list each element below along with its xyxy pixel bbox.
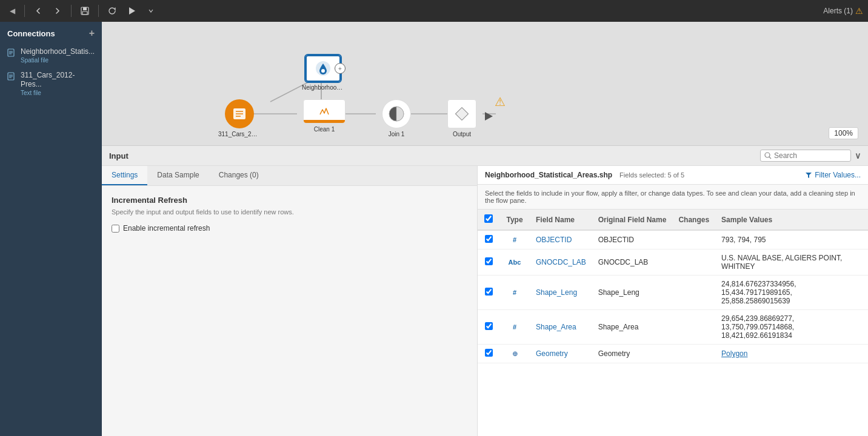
filter-values-button[interactable]: Filter Values... <box>805 171 861 179</box>
row-checkbox-cell <box>478 249 499 276</box>
row-sample-values-cell: U.S. NAVAL BASE, ALGIERS POINT, WHITNEY <box>715 249 868 276</box>
row-changes-cell <box>672 345 715 363</box>
col-checkbox <box>478 210 499 230</box>
search-box[interactable] <box>760 150 851 162</box>
search-input[interactable] <box>774 151 847 160</box>
col-changes: Changes <box>672 210 715 230</box>
table-header: Type Field Name Original Field Name Chan… <box>478 210 868 230</box>
incremental-refresh-desc: Specify the input and output fields to u… <box>112 208 467 216</box>
toolbar-right: Alerts (1) ⚠ <box>823 6 863 16</box>
enable-incremental-refresh-checkbox[interactable] <box>112 225 119 233</box>
tab-settings[interactable]: Settings <box>102 166 147 185</box>
enable-incremental-refresh-row: Enable incremental refresh <box>112 224 467 233</box>
panel-collapse-button[interactable]: ∨ <box>855 151 861 160</box>
clean1-node-label: Clean 1 <box>314 126 335 133</box>
sidebar-item-cars311[interactable]: 311_Cars_2012-Pres... Text file <box>0 67 102 100</box>
alerts-button[interactable]: Alerts (1) ⚠ <box>823 6 863 16</box>
table-row: #Shape_AreaShape_Area29,654,239.86869277… <box>478 310 868 345</box>
toolbar-separator-3 <box>98 5 99 17</box>
sidebar-add-button[interactable]: + <box>89 28 95 39</box>
flow-node-output[interactable]: Output <box>447 99 476 137</box>
col-type: Type <box>499 210 530 230</box>
text-file-icon <box>7 72 15 81</box>
tab-data-sample[interactable]: Data Sample <box>147 166 209 185</box>
row-0-checkbox[interactable] <box>485 235 493 243</box>
select-all-checkbox[interactable] <box>484 214 493 223</box>
field-name[interactable]: Shape_Area <box>536 323 576 331</box>
sidebar-item-name-cars311: 311_Cars_2012-Pres... <box>21 71 96 90</box>
toolbar: ◀ Alerts (1) ⚠ <box>0 0 868 22</box>
row-original-field-name-cell: Shape_Area <box>592 310 673 345</box>
refresh-button[interactable] <box>104 2 121 19</box>
row-field-name-cell[interactable]: OBJECTID <box>530 230 592 249</box>
row-1-checkbox[interactable] <box>485 257 493 265</box>
neighborhood-add-button[interactable]: + <box>335 63 346 74</box>
row-type-cell: # <box>499 276 530 310</box>
sidebar-item-text-cars311: 311_Cars_2012-Pres... Text file <box>21 71 96 96</box>
incremental-refresh-title: Incremental Refresh <box>112 196 467 205</box>
forward-button[interactable] <box>49 2 66 19</box>
sidebar-item-type-neighborhood: Spatial file <box>21 57 95 64</box>
data-table: Type Field Name Original Field Name Chan… <box>478 210 868 436</box>
sidebar-item-name-neighborhood: Neighborhood_Statis... <box>21 47 95 57</box>
sidebar-collapse-button[interactable]: ◀ <box>5 4 19 18</box>
row-changes-cell <box>672 249 715 276</box>
flow-canvas[interactable]: + Neighborhood... 311_Cars_201... <box>102 22 868 145</box>
field-name[interactable]: OBJECTID <box>536 236 572 244</box>
flow-node-neighborhood[interactable]: + Neighborhood... <box>302 55 344 91</box>
row-field-name-cell[interactable]: Shape_Leng <box>530 276 592 310</box>
save-button[interactable] <box>76 2 93 19</box>
row-original-field-name-cell: OBJECTID <box>592 230 673 249</box>
output-play-button[interactable] <box>484 111 493 123</box>
field-name[interactable]: Geometry <box>536 349 568 358</box>
flow-node-join1[interactable]: Join 1 <box>382 99 411 137</box>
sidebar-item-neighborhood[interactable]: Neighborhood_Statis... Spatial file <box>0 44 102 67</box>
alert-icon: ⚠ <box>855 6 863 16</box>
join1-node-label: Join 1 <box>389 131 405 137</box>
zoom-indicator: 100% <box>829 127 858 139</box>
row-checkbox-cell <box>478 310 499 345</box>
row-checkbox-cell <box>478 276 499 310</box>
play-dropdown-button[interactable] <box>142 2 159 19</box>
tab-changes[interactable]: Changes (0) <box>209 166 269 185</box>
svg-rect-2 <box>82 12 87 15</box>
table-body: #OBJECTIDOBJECTID793, 794, 795AbcGNOCDC_… <box>478 230 868 363</box>
row-original-field-name-cell: Geometry <box>592 345 673 363</box>
row-field-name-cell[interactable]: Shape_Area <box>530 310 592 345</box>
row-3-checkbox[interactable] <box>485 322 493 330</box>
row-field-name-cell[interactable]: Geometry <box>530 345 592 363</box>
row-sample-values-cell[interactable]: Polygon <box>715 345 868 363</box>
settings-panel: Settings Data Sample Changes (0) Increme… <box>102 166 478 436</box>
row-4-checkbox[interactable] <box>485 349 493 357</box>
main-layout: Connections + Neighborhood_Statis... Spa… <box>0 22 868 436</box>
back-icon <box>33 6 43 16</box>
data-panel: Neighborhood_Statistical_Areas.shp Field… <box>478 166 868 436</box>
filter-label: Filter Values... <box>815 171 861 179</box>
join1-node-icon <box>387 104 406 124</box>
field-name[interactable]: GNOCDC_LAB <box>536 258 586 266</box>
row-type-cell: # <box>499 230 530 249</box>
play-button[interactable] <box>123 2 140 19</box>
table-row: #OBJECTIDOBJECTID793, 794, 795 <box>478 230 868 249</box>
back-button[interactable] <box>30 2 47 19</box>
sample-value-link[interactable]: Polygon <box>721 349 747 358</box>
row-checkbox-cell <box>478 345 499 363</box>
fields-selected-badge: Fields selected: 5 of 5 <box>619 171 684 179</box>
enable-incremental-refresh-label[interactable]: Enable incremental refresh <box>123 224 210 233</box>
fields-table: Type Field Name Original Field Name Chan… <box>478 210 868 363</box>
flow-connectors <box>102 22 868 145</box>
row-2-checkbox[interactable] <box>485 288 493 296</box>
row-checkbox-cell <box>478 230 499 249</box>
col-field-name: Field Name <box>530 210 592 230</box>
type-icon: # <box>513 289 516 296</box>
info-bar: Select the fields to include in your flo… <box>478 185 868 210</box>
row-field-name-cell[interactable]: GNOCDC_LAB <box>530 249 592 276</box>
flow-node-cars311[interactable]: 311_Cars_201... <box>218 99 261 137</box>
output-node-label: Output <box>453 131 471 137</box>
field-name[interactable]: Shape_Leng <box>536 288 577 297</box>
flow-node-clean1[interactable]: Clean 1 <box>303 99 346 133</box>
type-icon: # <box>513 236 516 243</box>
search-icon <box>764 152 772 159</box>
settings-tab-content: Incremental Refresh Specify the input an… <box>102 186 477 242</box>
panel-title: Input <box>109 151 129 160</box>
